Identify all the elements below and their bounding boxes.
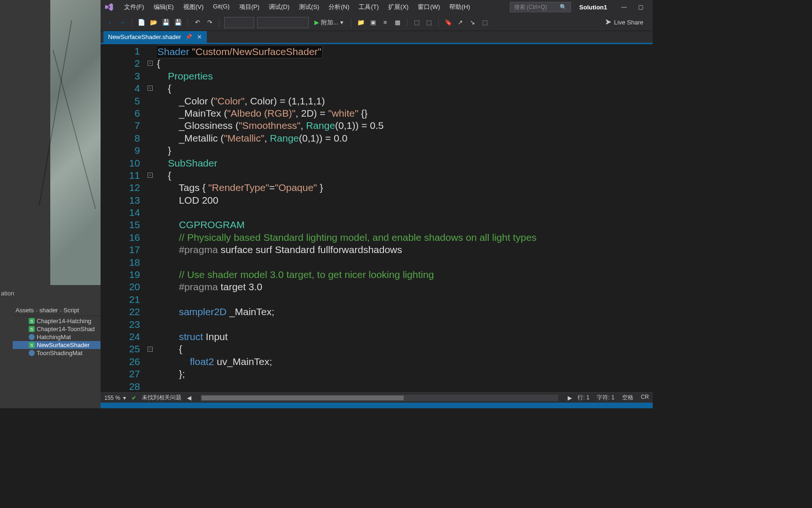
menu-item[interactable]: 项目(P) [234,1,264,13]
menu-item[interactable]: 测试(S) [294,1,324,13]
status-char[interactable]: 字符: 1 [597,394,614,402]
code-line[interactable]: _Glossiness ("Smoothness", Range(0,1)) =… [157,119,653,132]
open-button[interactable]: 📂 [149,18,158,27]
list-item[interactable]: SChapter14-Hatching [13,317,101,325]
breadcrumb-part[interactable]: Assets [16,307,34,314]
code-line[interactable]: Properties [157,70,653,82]
save-all-button[interactable]: 💾 [173,18,183,27]
material-icon [29,334,35,340]
line-number: 28 [101,381,140,393]
menu-item[interactable]: 视图(V) [179,1,208,13]
status-spaces[interactable]: 空格 [622,394,633,402]
toolbar-icon[interactable]: ▦ [393,18,402,27]
code-line[interactable]: { [157,82,653,95]
redo-button[interactable]: ↷ [205,18,214,27]
pin-icon[interactable]: 📌 [186,34,192,40]
breadcrumb-part[interactable]: Script [63,307,79,314]
nav-fwd-button[interactable]: → [117,18,127,27]
code-line[interactable] [157,256,653,269]
unity-scene-viewport[interactable] [50,0,101,285]
menu-item[interactable]: 工具(T) [354,1,383,13]
code-line[interactable] [157,206,653,219]
toolbar-icon[interactable]: ▣ [368,18,378,27]
nav-back-button[interactable]: ◦ [105,18,115,27]
line-number: 2 [101,57,140,70]
save-button[interactable]: 💾 [161,18,171,27]
fold-toggle[interactable]: − [148,173,153,178]
line-number: 3 [101,70,140,82]
live-share-button[interactable]: ⮞ Live Share [601,19,648,26]
code-line[interactable]: SubShader [157,157,653,169]
fold-toggle[interactable]: − [148,61,153,66]
line-gutter: 1234567891011121314151617181920212223242… [101,44,147,392]
undo-button[interactable]: ↶ [193,18,202,27]
code-line[interactable]: #pragma target 3.0 [157,281,653,293]
toolbar-icon[interactable]: ⬚ [480,18,490,27]
ok-icon: ✔ [132,395,136,401]
code-editor[interactable]: 1234567891011121314151617181920212223242… [101,44,653,392]
code-area[interactable]: Shader "Custom/NewSurfaceShader"{ Proper… [157,44,653,392]
scroll-right-icon[interactable]: ▶ [568,395,572,401]
status-crlf[interactable]: CR [641,394,649,402]
code-line[interactable]: CGPROGRAM [157,219,653,231]
config-dropdown[interactable] [224,17,254,28]
issues-label[interactable]: 未找到相关问题 [142,394,181,402]
menu-item[interactable]: 窗口(W) [413,1,445,13]
status-line[interactable]: 行: 1 [578,394,589,402]
breadcrumb[interactable]: Assets › shader › Script [13,305,101,316]
menu-item[interactable]: Git(G) [208,1,234,13]
toolbar-icon[interactable]: 📁 [356,18,366,27]
maximize-button[interactable]: ▢ [632,4,649,10]
close-icon[interactable]: ✕ [197,33,202,40]
code-line[interactable]: LOD 200 [157,194,653,206]
tab-active[interactable]: NewSurfaceShader.shader 📌 ✕ [103,31,207,43]
code-line[interactable]: _MainTex ("Albedo (RGB)", 2D) = "white" … [157,107,653,119]
code-line[interactable]: _Metallic ("Metallic", Range(0,1)) = 0.0 [157,132,653,144]
toolbar-icon[interactable]: ⬚ [424,18,434,27]
toolbar-icon[interactable]: ↗ [456,18,465,27]
menu-item[interactable]: 分析(N) [324,1,354,13]
code-line[interactable]: float2 uv_MainTex; [157,356,653,368]
menu-item[interactable]: 编辑(E) [149,1,179,13]
code-line[interactable]: // Physically based Standard lighting mo… [157,231,653,244]
fold-toggle[interactable]: − [148,86,153,91]
list-item[interactable]: HatchingMat [13,333,101,341]
horizontal-scrollbar[interactable] [201,395,558,401]
bookmark-icon[interactable]: 🔖 [444,18,453,27]
code-line[interactable]: // Use shader model 3.0 target, to get n… [157,269,653,281]
code-line[interactable]: #pragma surface surf Standard fullforwar… [157,244,653,256]
code-line[interactable] [157,381,653,392]
code-line[interactable]: sampler2D _MainTex; [157,306,653,318]
code-line[interactable]: _Color ("Color", Color) = (1,1,1,1) [157,95,653,107]
minimize-button[interactable]: — [616,4,632,10]
scroll-left-icon[interactable]: ◀ [187,395,191,401]
list-item[interactable]: SNewSurfaceShader [13,341,101,349]
search-input[interactable]: 搜索 (Ctrl+Q) 🔍 [510,2,571,12]
toolbar-icon[interactable]: ≡ [381,18,390,27]
toolbar-icon[interactable]: ⬚ [412,18,422,27]
zoom-control[interactable]: 155 % ▾ [104,395,126,401]
code-line[interactable]: { [157,57,653,70]
menu-item[interactable]: 调试(D) [264,1,294,13]
code-line[interactable]: struct Input [157,331,653,343]
code-line[interactable]: Tags { "RenderType"="Opaque" } [157,182,653,194]
menu-item[interactable]: 文件(F) [119,1,149,13]
platform-dropdown[interactable] [257,17,309,28]
start-debug-button[interactable]: ▶ 附加... ▾ [312,18,346,27]
menu-item[interactable]: 帮助(H) [445,1,475,13]
fold-toggle[interactable]: − [148,347,153,352]
menu-item[interactable]: 扩展(X) [383,1,413,13]
code-line[interactable] [157,318,653,331]
solution-name[interactable]: Solution1 [571,4,616,11]
list-item[interactable]: ToonShadingMat [13,349,101,357]
new-file-button[interactable]: 📄 [137,18,146,27]
list-item[interactable]: SChapter14-ToonShad [13,325,101,333]
code-line[interactable]: { [157,343,653,355]
code-line[interactable]: } [157,144,653,157]
code-line[interactable]: }; [157,368,653,380]
code-line[interactable] [157,294,653,306]
toolbar-icon[interactable]: ↘ [468,18,477,27]
code-line[interactable]: Shader "Custom/NewSurfaceShader" [157,45,653,57]
code-line[interactable]: { [157,169,653,182]
breadcrumb-part[interactable]: shader [39,307,58,314]
